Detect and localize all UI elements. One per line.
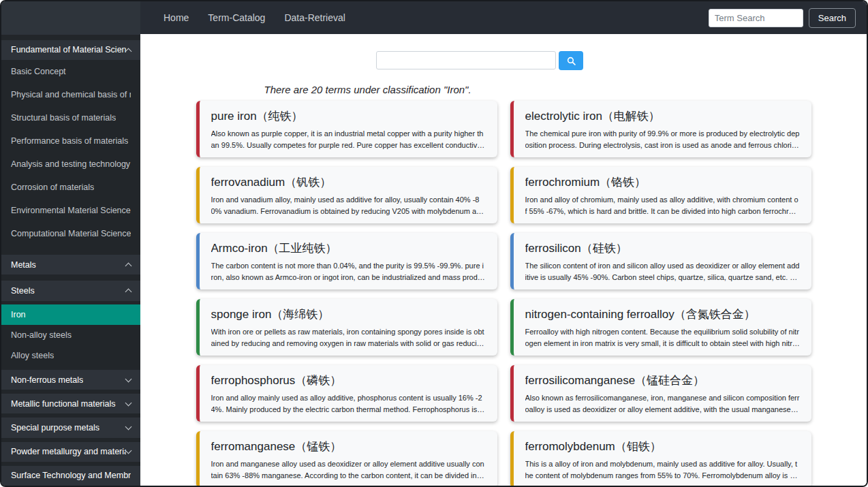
- sidebar-section-label: Fundamental of Material Science: [11, 45, 126, 54]
- term-title: ferrochromium（铬铁）: [525, 174, 801, 190]
- term-card-ferromanganese[interactable]: ferromanganese（锰铁） Iron and manganese al…: [196, 431, 497, 486]
- sidebar-item-label: Alloy steels: [11, 351, 54, 360]
- term-title: ferrophosphorus（磷铁）: [211, 373, 486, 388]
- sidebar-section-surface-technology[interactable]: Surface Technology and Membran…: [1, 466, 140, 486]
- term-title: Armco-iron（工业纯铁）: [211, 240, 486, 256]
- term-title: pure iron（纯铁）: [211, 108, 486, 124]
- term-card-sponge-iron[interactable]: sponge iron（海绵铁） With iron ore or pellet…: [196, 299, 497, 356]
- term-card-electrolytic-iron[interactable]: electrolytic iron（电解铁） The chemical pure…: [510, 101, 811, 157]
- term-title: electrolytic iron（电解铁）: [525, 108, 801, 124]
- sidebar-item-basic-concept[interactable]: Basic Concept: [1, 60, 140, 83]
- classification-search-button[interactable]: [559, 51, 583, 70]
- term-card-ferrosilicon[interactable]: ferrosilicon（硅铁） The silicon content of …: [510, 233, 811, 289]
- term-title: nitrogen-containing ferroalloy（含氮铁合金）: [525, 307, 801, 322]
- term-title: ferrosilicon（硅铁）: [525, 240, 801, 256]
- term-description: Iron and manganese alloy used as deoxidi…: [211, 458, 486, 481]
- sidebar-item-label: Basic Concept: [11, 67, 66, 76]
- term-title: ferromolybdenum（钼铁）: [525, 439, 801, 454]
- sidebar-section-steels[interactable]: Steels: [1, 281, 140, 300]
- sidebar-item-structural-basis[interactable]: Structural basis of materials: [1, 106, 140, 129]
- content-area: There are 20 terms under classification …: [140, 34, 867, 486]
- chevron-down-icon: [125, 399, 132, 406]
- sidebar-item-label: Performance basis of materials: [11, 136, 128, 146]
- search-icon: [567, 57, 576, 65]
- term-title: ferromanganese（锰铁）: [211, 439, 486, 454]
- sidebar-item-label: Environmental Material Science: [11, 206, 131, 215]
- results-container: There are 20 terms under classification …: [196, 84, 811, 486]
- term-title: ferrosilicomanganese（锰硅合金）: [525, 373, 801, 388]
- navbar-search-button[interactable]: Search: [809, 8, 856, 28]
- sidebar-section-label: Metals: [11, 260, 36, 270]
- chevron-up-icon: [125, 48, 132, 54]
- sidebar-item-iron[interactable]: Iron: [1, 304, 140, 325]
- sidebar-section-metals[interactable]: Metals: [1, 255, 140, 274]
- sidebar-item-computational[interactable]: Computational Material Science a…: [1, 222, 140, 245]
- nav-link-home[interactable]: Home: [154, 7, 198, 29]
- term-card-ferrochromium[interactable]: ferrochromium（铬铁） Iron and alloy of chro…: [510, 167, 811, 223]
- sidebar-section-label: Special purpose metals: [11, 423, 99, 433]
- sidebar-item-label: Analysis and testing technology of…: [11, 159, 131, 169]
- sidebar-section-label: Metallic functional materials: [11, 399, 116, 409]
- chevron-up-icon: [125, 263, 132, 270]
- sidebar-item-corrosion[interactable]: Corrosion of materials: [1, 176, 140, 199]
- chevron-down-icon: [125, 424, 132, 430]
- term-description: Iron and alloy mainly used as alloy addi…: [211, 392, 486, 415]
- term-card-grid: pure iron（纯铁） Also known as purple coppe…: [196, 101, 811, 486]
- term-description: The silicon content of iron and silicon …: [525, 260, 801, 283]
- sidebar-item-physical-chemical-basis[interactable]: Physical and chemical basis of ma…: [1, 83, 140, 106]
- sidebar-section-label: Steels: [11, 286, 35, 296]
- sidebar-item-label: Corrosion of materials: [11, 183, 94, 192]
- app-window: Fundamental of Material Science Basic Co…: [0, 0, 868, 487]
- term-search-input[interactable]: [709, 9, 803, 27]
- chevron-up-icon: [125, 289, 132, 296]
- sidebar-section-fundamental[interactable]: Fundamental of Material Science: [1, 40, 140, 60]
- sidebar-item-label: Non-alloy steels: [11, 330, 72, 340]
- sidebar-section-metallic-functional[interactable]: Metallic functional materials: [1, 394, 140, 413]
- term-description: Also known as ferrosilicomanganese, iron…: [525, 392, 801, 415]
- sidebar-item-non-alloy-steels[interactable]: Non-alloy steels: [1, 325, 140, 345]
- chevron-down-icon: [125, 447, 132, 454]
- sidebar-item-performance-basis[interactable]: Performance basis of materials: [1, 129, 140, 153]
- term-card-ferrosilicomanganese[interactable]: ferrosilicomanganese（锰硅合金） Also known as…: [510, 365, 811, 422]
- term-card-armco-iron[interactable]: Armco-iron（工业纯铁） The carbon content is n…: [196, 233, 497, 289]
- term-card-nitrogen-containing-ferroalloy[interactable]: nitrogen-containing ferroalloy（含氮铁合金） Fe…: [510, 299, 811, 356]
- term-description: The carbon content is not more than 0.04…: [211, 260, 486, 283]
- classification-search-input[interactable]: [376, 51, 556, 69]
- term-description: Ferroalloy with high nitrogen content. B…: [525, 326, 801, 349]
- sidebar-item-alloy-steels[interactable]: Alloy steels: [1, 345, 140, 366]
- sidebar-section-special-purpose-metals[interactable]: Special purpose metals: [1, 418, 140, 437]
- term-card-ferromolybdenum[interactable]: ferromolybdenum（钼铁） This is a alloy of i…: [510, 431, 811, 486]
- term-description: Also known as purple copper, it is an in…: [211, 128, 486, 151]
- sidebar-item-label: Computational Material Science a…: [11, 229, 131, 238]
- classification-result-message: There are 20 terms under classification …: [196, 84, 811, 95]
- term-description: Iron and vanadium alloy, mainly used as …: [211, 194, 486, 217]
- term-description: The chemical pure iron with purity of 99…: [525, 128, 801, 151]
- term-card-ferrovanadium[interactable]: ferrovanadium（钒铁） Iron and vanadium allo…: [196, 167, 497, 223]
- nav-link-data-retrieval[interactable]: Data-Retrieval: [275, 7, 354, 29]
- sidebar-item-label: Iron: [11, 310, 26, 319]
- term-card-ferrophosphorus[interactable]: ferrophosphorus（磷铁） Iron and alloy mainl…: [196, 365, 497, 422]
- sidebar-section-label: Surface Technology and Membran…: [11, 471, 131, 480]
- sidebar-item-label: Physical and chemical basis of ma…: [11, 90, 131, 99]
- term-card-pure-iron[interactable]: pure iron（纯铁） Also known as purple coppe…: [196, 101, 497, 157]
- nav-link-term-catalog[interactable]: Term-Catalog: [198, 7, 275, 29]
- term-title: sponge iron（海绵铁）: [211, 307, 486, 322]
- sidebar-item-environmental[interactable]: Environmental Material Science: [1, 199, 140, 222]
- term-description: With iron ore or pellets as raw material…: [211, 326, 486, 349]
- sidebar: Fundamental of Material Science Basic Co…: [1, 1, 140, 486]
- top-navbar: Home Term-Catalog Data-Retrieval Search: [140, 1, 867, 34]
- sidebar-section-powder-metallurgy[interactable]: Powder metallurgy and materials: [1, 442, 140, 462]
- term-title: ferrovanadium（钒铁）: [211, 174, 486, 190]
- sidebar-section-label: Non-ferrous metals: [11, 375, 83, 385]
- sidebar-item-label: Structural basis of materials: [11, 113, 116, 123]
- sidebar-section-non-ferrous-metals[interactable]: Non-ferrous metals: [1, 370, 140, 390]
- term-description: Iron and alloy of chromium, mainly used …: [525, 194, 801, 217]
- sidebar-item-analysis-testing[interactable]: Analysis and testing technology of…: [1, 153, 140, 176]
- classification-search-row: [140, 51, 867, 70]
- sidebar-section-label: Powder metallurgy and materials: [11, 447, 126, 456]
- term-description: This is a alloy of iron and molybdenum, …: [525, 458, 801, 481]
- main-column: Home Term-Catalog Data-Retrieval Search: [140, 1, 867, 486]
- chevron-down-icon: [125, 375, 132, 382]
- sidebar-top-spacer: [1, 1, 140, 35]
